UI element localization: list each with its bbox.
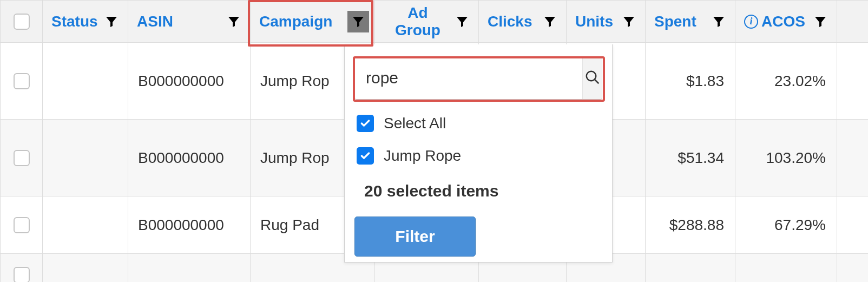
header-clicks[interactable]: Clicks xyxy=(479,1,567,43)
header-asin-label: ASIN xyxy=(137,13,173,30)
header-adgroup-label: Ad Group xyxy=(384,4,452,39)
filter-option-label: Jump Rope xyxy=(384,147,461,165)
header-spent[interactable]: Spent xyxy=(646,1,735,43)
filter-dropdown-panel: Select All Jump Rope 20 selected items F… xyxy=(344,44,613,263)
asin-cell: B000000000 xyxy=(128,149,250,167)
header-status-label: Status xyxy=(51,13,98,30)
checkbox-checked-icon xyxy=(357,115,374,132)
row-checkbox[interactable] xyxy=(14,73,30,89)
selected-count: 20 selected items xyxy=(354,182,602,200)
filter-icon[interactable] xyxy=(810,11,831,32)
acos-cell: 67.29% xyxy=(735,217,837,234)
search-icon xyxy=(584,69,601,87)
svg-point-0 xyxy=(586,71,596,81)
select-all-label: Select All xyxy=(384,115,446,132)
select-all-checkbox[interactable] xyxy=(14,14,30,30)
filter-search-input[interactable] xyxy=(355,57,582,99)
filter-icon[interactable] xyxy=(539,11,561,32)
header-acos[interactable]: i ACOS xyxy=(735,1,837,43)
svg-line-1 xyxy=(594,79,599,83)
filter-search-row xyxy=(354,56,602,100)
header-next[interactable] xyxy=(837,1,869,43)
header-units-label: Units xyxy=(575,13,613,30)
header-status[interactable]: Status xyxy=(43,1,128,43)
filter-option-item[interactable]: Jump Rope xyxy=(354,147,602,165)
checkbox-checked-icon xyxy=(357,147,374,165)
header-campaign-label: Campaign xyxy=(259,13,332,30)
spent-cell: $288.88 xyxy=(646,217,735,234)
header-campaign[interactable]: Campaign xyxy=(251,1,375,43)
acos-cell: 23.02% xyxy=(735,73,837,90)
header-checkbox-cell xyxy=(1,1,43,43)
asin-cell: B000000000 xyxy=(128,73,250,90)
header-spent-label: Spent xyxy=(654,13,696,30)
header-acos-label: ACOS xyxy=(761,13,805,30)
filter-icon[interactable] xyxy=(223,11,245,32)
filter-icon[interactable] xyxy=(618,11,640,32)
filter-icon[interactable] xyxy=(452,11,473,32)
acos-cell: 103.20% xyxy=(735,149,837,167)
header-row: Status ASIN Campaign xyxy=(1,1,869,43)
info-icon[interactable]: i xyxy=(744,15,758,29)
apply-filter-button[interactable]: Filter xyxy=(354,217,476,257)
header-clicks-label: Clicks xyxy=(488,13,532,30)
header-asin[interactable]: ASIN xyxy=(128,1,251,43)
header-adgroup[interactable]: Ad Group xyxy=(375,1,479,43)
filter-icon[interactable] xyxy=(101,11,122,32)
filter-option-select-all[interactable]: Select All xyxy=(354,115,602,132)
header-units[interactable]: Units xyxy=(567,1,646,43)
row-checkbox[interactable] xyxy=(14,267,30,283)
filter-icon[interactable] xyxy=(708,11,729,32)
filter-search-button[interactable] xyxy=(582,57,602,99)
spent-cell: $1.83 xyxy=(646,73,735,90)
row-checkbox[interactable] xyxy=(14,150,30,166)
filter-icon-active[interactable] xyxy=(347,11,369,32)
row-checkbox[interactable] xyxy=(14,217,30,233)
asin-cell: B000000000 xyxy=(128,217,250,234)
spent-cell: $51.34 xyxy=(646,149,735,167)
